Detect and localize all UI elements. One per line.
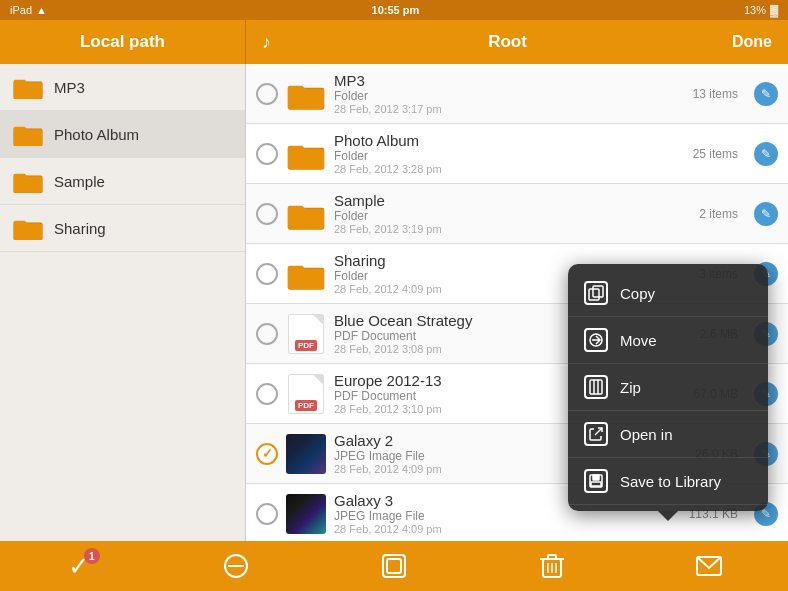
svg-rect-9: [591, 482, 601, 486]
done-button[interactable]: Done: [732, 33, 772, 51]
sidebar-item-label: MP3: [54, 79, 85, 96]
move-icon: [584, 328, 608, 352]
sidebar-item-sample[interactable]: Sample: [0, 158, 245, 205]
trash-icon: [540, 553, 564, 579]
save-icon: [584, 469, 608, 493]
mail-button[interactable]: [684, 546, 734, 586]
context-menu-arrow: [658, 511, 678, 521]
header-root-title: Root: [283, 32, 732, 52]
file-date: 28 Feb, 2012 4:09 pm: [334, 523, 681, 535]
folder-icon: [12, 168, 44, 194]
sidebar-item-photo-album[interactable]: Photo Album: [0, 111, 245, 158]
radio-button-blue-ocean[interactable]: [256, 323, 278, 345]
status-bar-left: iPad ▲: [10, 4, 47, 16]
context-menu-item-copy[interactable]: Copy: [568, 270, 768, 317]
svg-rect-16: [548, 555, 556, 559]
svg-rect-8: [593, 475, 599, 480]
file-type: JPEG Image File: [334, 509, 681, 523]
file-info-photo-album-folder: Photo Album Folder 28 Feb, 2012 3:28 pm: [334, 132, 685, 175]
file-item-sample-folder[interactable]: Sample Folder 28 Feb, 2012 3:19 pm 2 ite…: [246, 184, 788, 244]
pdf-thumbnail: PDF: [286, 374, 326, 414]
file-date: 28 Feb, 2012 3:17 pm: [334, 103, 685, 115]
status-bar-time: 10:55 pm: [372, 4, 420, 16]
file-date: 28 Feb, 2012 3:28 pm: [334, 163, 685, 175]
header-music-icon[interactable]: ♪: [262, 32, 271, 53]
file-item-photo-album-folder[interactable]: Photo Album Folder 28 Feb, 2012 3:28 pm …: [246, 124, 788, 184]
radio-button-galaxy2[interactable]: [256, 443, 278, 465]
edit-button-mp3-folder[interactable]: ✎: [754, 82, 778, 106]
context-menu-label: Save to Library: [620, 473, 721, 490]
file-info-mp3-folder: MP3 Folder 28 Feb, 2012 3:17 pm: [334, 72, 685, 115]
zip-icon: [584, 375, 608, 399]
folder-thumbnail: [286, 134, 326, 174]
image-thumbnail: [286, 494, 326, 534]
battery-icon: ▓: [770, 4, 778, 16]
context-menu-label: Copy: [620, 285, 655, 302]
file-item-mp3-folder[interactable]: MP3 Folder 28 Feb, 2012 3:17 pm 13 items…: [246, 64, 788, 124]
folder-icon: [12, 121, 44, 147]
svg-line-6: [595, 428, 602, 435]
open-in-icon: [584, 422, 608, 446]
context-menu-item-zip[interactable]: Zip: [568, 364, 768, 411]
sidebar-item-label: Sharing: [54, 220, 106, 237]
radio-button-sample-folder[interactable]: [256, 203, 278, 225]
radio-button-galaxy3[interactable]: [256, 503, 278, 525]
sync-button[interactable]: [369, 546, 419, 586]
wifi-icon: ▲: [36, 4, 47, 16]
svg-rect-3: [590, 380, 602, 394]
context-menu-label: Move: [620, 332, 657, 349]
pdf-thumbnail: PDF: [286, 314, 326, 354]
radio-button-sharing-folder[interactable]: [256, 263, 278, 285]
file-name: Sample: [334, 192, 691, 209]
file-name: MP3: [334, 72, 685, 89]
sidebar-item-mp3[interactable]: MP3: [0, 64, 245, 111]
status-bar-right: 13% ▓: [744, 4, 778, 16]
folder-thumbnail: [286, 254, 326, 294]
radio-button-europe[interactable]: [256, 383, 278, 405]
file-info-sample-folder: Sample Folder 28 Feb, 2012 3:19 pm: [334, 192, 691, 235]
context-menu-item-save-to-library[interactable]: Save to Library: [568, 458, 768, 505]
carrier-label: iPad: [10, 4, 32, 16]
radio-button-mp3-folder[interactable]: [256, 83, 278, 105]
svg-rect-0: [589, 289, 599, 300]
check-button[interactable]: ✓ 1: [54, 546, 104, 586]
radio-button-photo-album-folder[interactable]: [256, 143, 278, 165]
file-size: 25 items: [693, 147, 738, 161]
file-type: Folder: [334, 149, 685, 163]
sidebar: MP3 Photo Album Sample Sharing: [0, 64, 246, 541]
badge-count: 1: [84, 548, 100, 564]
sidebar-item-label: Photo Album: [54, 126, 139, 143]
context-menu-item-move[interactable]: Move: [568, 317, 768, 364]
sidebar-item-label: Sample: [54, 173, 105, 190]
main-layout: MP3 Photo Album Sample Sharing: [0, 64, 788, 541]
copy-icon: [584, 281, 608, 305]
header-local-path-title: Local path: [0, 20, 246, 64]
edit-button-photo-album-folder[interactable]: ✎: [754, 142, 778, 166]
context-menu-label: Zip: [620, 379, 641, 396]
folder-icon: [12, 215, 44, 241]
folder-icon: [12, 74, 44, 100]
bottom-toolbar: ✓ 1: [0, 541, 788, 591]
file-size: 2 items: [699, 207, 738, 221]
context-menu-item-open-in[interactable]: Open in: [568, 411, 768, 458]
image-thumbnail: [286, 434, 326, 474]
folder-thumbnail: [286, 74, 326, 114]
header-right: ♪ Root Done: [246, 32, 788, 53]
no-button[interactable]: [211, 546, 261, 586]
edit-button-sample-folder[interactable]: ✎: [754, 202, 778, 226]
trash-button[interactable]: [527, 546, 577, 586]
file-size: 13 items: [693, 87, 738, 101]
battery-label: 13%: [744, 4, 766, 16]
sidebar-item-sharing[interactable]: Sharing: [0, 205, 245, 252]
file-type: Folder: [334, 89, 685, 103]
status-bar: iPad ▲ 10:55 pm 13% ▓: [0, 0, 788, 20]
mail-icon: [696, 556, 722, 576]
svg-rect-1: [593, 286, 603, 297]
sync-icon: [381, 553, 407, 579]
file-date: 28 Feb, 2012 3:19 pm: [334, 223, 691, 235]
file-name: Photo Album: [334, 132, 685, 149]
context-menu-label: Open in: [620, 426, 673, 443]
header: Local path ♪ Root Done: [0, 20, 788, 64]
file-type: Folder: [334, 209, 691, 223]
context-menu: Copy Move Zip Open in Save to Library: [568, 264, 768, 511]
